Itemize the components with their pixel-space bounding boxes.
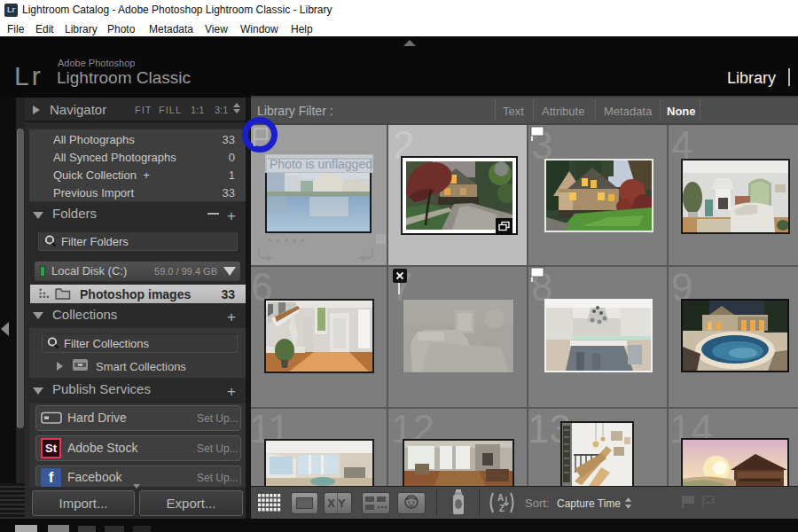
svg-text:Z: Z xyxy=(499,504,505,513)
svg-text:A: A xyxy=(497,493,504,503)
